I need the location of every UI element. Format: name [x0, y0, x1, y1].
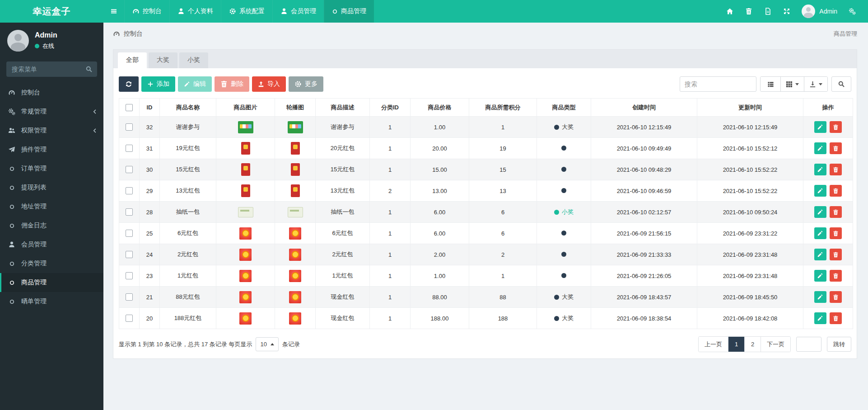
row-checkbox[interactable] — [126, 251, 133, 258]
fullscreen-button[interactable] — [777, 0, 796, 23]
row-edit-button[interactable] — [814, 291, 826, 303]
product-image-thumbnail[interactable] — [241, 184, 250, 197]
carousel-image-thumbnail[interactable] — [289, 291, 301, 303]
sidebar-item-product[interactable]: 商品管理 — [0, 273, 103, 292]
carousel-image-thumbnail[interactable] — [288, 207, 303, 217]
product-image-thumbnail[interactable] — [239, 227, 252, 240]
product-image-thumbnail[interactable] — [241, 163, 250, 176]
carousel-image-thumbnail[interactable] — [291, 142, 300, 155]
carousel-image-thumbnail[interactable] — [289, 227, 301, 240]
row-checkbox[interactable] — [126, 166, 133, 173]
sidebar-item-withdraw[interactable]: 提现列表 — [0, 178, 103, 197]
row-edit-button[interactable] — [814, 270, 826, 282]
table-search-input[interactable] — [680, 76, 756, 92]
edit-button[interactable]: 编辑 — [178, 76, 212, 92]
refresh-button[interactable] — [119, 76, 139, 92]
topnav-item-product-management[interactable]: 商品管理 — [324, 0, 374, 23]
page-size-select[interactable]: 10 — [256, 337, 278, 351]
detail-view-button[interactable] — [761, 77, 780, 91]
carousel-image-thumbnail[interactable] — [289, 270, 301, 282]
product-image-thumbnail[interactable] — [239, 312, 252, 325]
carousel-image-thumbnail[interactable] — [291, 184, 300, 197]
sidebar-toggle-button[interactable] — [103, 0, 124, 23]
columns-button[interactable] — [780, 77, 804, 91]
row-delete-button[interactable] — [830, 142, 842, 154]
product-image-thumbnail[interactable] — [241, 142, 250, 155]
row-checkbox[interactable] — [126, 145, 133, 152]
navbar-user-menu[interactable]: Admin — [796, 0, 843, 23]
row-checkbox[interactable] — [126, 187, 133, 194]
sidebar-item-permission[interactable]: 权限管理 — [0, 121, 103, 140]
clear-trash-button[interactable] — [739, 0, 758, 23]
sidebar-item-address[interactable]: 地址管理 — [0, 197, 103, 216]
row-delete-button[interactable] — [830, 270, 842, 282]
row-edit-button[interactable] — [814, 227, 826, 239]
topnav-item-profile[interactable]: 个人资料 — [169, 0, 221, 23]
topnav-item-system-config[interactable]: 系统配置 — [221, 0, 272, 23]
row-edit-button[interactable] — [814, 312, 826, 324]
home-button[interactable] — [720, 0, 739, 23]
row-edit-button[interactable] — [814, 206, 826, 218]
product-image-thumbnail[interactable] — [239, 291, 252, 303]
row-delete-button[interactable] — [830, 121, 842, 133]
tab-全部[interactable]: 全部 — [118, 52, 147, 68]
page-button-1[interactable]: 1 — [728, 337, 744, 352]
sidebar-item-member[interactable]: 会员管理 — [0, 235, 103, 254]
row-edit-button[interactable] — [814, 142, 826, 154]
search-icon[interactable] — [85, 66, 93, 73]
row-edit-button[interactable] — [814, 249, 826, 260]
row-checkbox[interactable] — [126, 272, 133, 279]
row-edit-button[interactable] — [814, 164, 826, 175]
sidebar-item-dashboard[interactable]: 控制台 — [0, 83, 103, 102]
prev-page-button[interactable]: 上一页 — [699, 337, 728, 352]
export-button[interactable] — [804, 77, 827, 91]
select-all-checkbox[interactable] — [126, 104, 133, 111]
settings-button[interactable] — [843, 0, 862, 23]
row-delete-button[interactable] — [830, 164, 842, 175]
topnav-item-member-management[interactable]: 会员管理 — [272, 0, 324, 23]
carousel-image-thumbnail[interactable] — [289, 312, 301, 325]
sidebar-item-category[interactable]: 分类管理 — [0, 254, 103, 273]
search-button[interactable] — [831, 76, 851, 92]
wipe-cache-button[interactable] — [758, 0, 777, 23]
carousel-image-thumbnail[interactable] — [289, 249, 301, 261]
row-delete-button[interactable] — [830, 185, 842, 197]
carousel-image-thumbnail[interactable] — [288, 121, 303, 133]
delete-button[interactable]: 删除 — [215, 76, 249, 92]
add-button[interactable]: 添加 — [141, 76, 175, 92]
row-checkbox[interactable] — [126, 208, 133, 216]
row-checkbox[interactable] — [126, 293, 133, 301]
tab-大奖[interactable]: 大奖 — [149, 52, 177, 68]
brand-logo[interactable]: 幸运盒子 — [0, 0, 103, 23]
row-delete-button[interactable] — [830, 227, 842, 239]
sidebar-item-general[interactable]: 常规管理 — [0, 102, 103, 121]
row-delete-button[interactable] — [830, 206, 842, 218]
product-image-thumbnail[interactable] — [239, 270, 252, 282]
row-delete-button[interactable] — [830, 249, 842, 260]
row-checkbox[interactable] — [126, 123, 133, 131]
row-edit-button[interactable] — [814, 185, 826, 197]
row-delete-button[interactable] — [830, 291, 842, 303]
topnav-item-dashboard[interactable]: 控制台 — [124, 0, 169, 23]
sidebar-item-order[interactable]: 订单管理 — [0, 159, 103, 178]
tab-小奖[interactable]: 小奖 — [179, 52, 208, 68]
breadcrumb[interactable]: 控制台 — [113, 30, 143, 38]
more-button[interactable]: 更多 — [289, 76, 323, 92]
jump-button[interactable]: 跳转 — [827, 337, 851, 352]
carousel-image-thumbnail[interactable] — [291, 163, 300, 176]
page-button-2[interactable]: 2 — [744, 337, 761, 352]
sidebar-item-review[interactable]: 晒单管理 — [0, 292, 103, 311]
sidebar-item-plugin[interactable]: 插件管理 — [0, 140, 103, 159]
jump-page-input[interactable] — [796, 337, 821, 352]
row-delete-button[interactable] — [830, 312, 842, 324]
sidebar-item-commission[interactable]: 佣金日志 — [0, 216, 103, 235]
product-image-thumbnail[interactable] — [238, 121, 253, 133]
product-image-thumbnail[interactable] — [238, 207, 253, 217]
product-image-thumbnail[interactable] — [239, 249, 252, 261]
row-checkbox[interactable] — [126, 315, 133, 322]
next-page-button[interactable]: 下一页 — [761, 337, 790, 352]
row-edit-button[interactable] — [814, 121, 826, 133]
menu-search-input[interactable] — [6, 61, 97, 77]
row-checkbox[interactable] — [126, 230, 133, 237]
import-button[interactable]: 导入 — [252, 76, 286, 92]
